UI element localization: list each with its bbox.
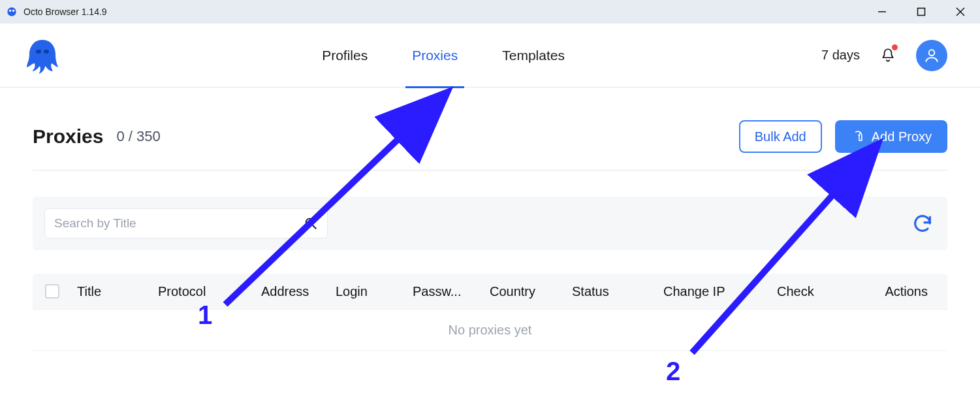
notifications-button[interactable] — [879, 47, 896, 64]
column-title[interactable]: Title — [72, 284, 153, 299]
minimize-button[interactable] — [862, 0, 902, 24]
svg-point-1 — [9, 10, 11, 12]
page-title: Proxies — [33, 125, 103, 148]
refresh-button[interactable] — [909, 212, 936, 235]
table-header: Title Protocol Address Login Passw... Co… — [33, 274, 947, 309]
svg-line-12 — [313, 225, 317, 229]
nav-proxies[interactable]: Proxies — [409, 48, 460, 63]
svg-point-9 — [929, 50, 935, 56]
svg-rect-4 — [918, 8, 925, 16]
empty-state: No proxies yet — [33, 309, 947, 351]
column-password[interactable]: Passw... — [407, 284, 484, 299]
window-titlebar: Octo Browser 1.14.9 — [0, 0, 980, 24]
nav-templates[interactable]: Templates — [499, 48, 567, 63]
svg-point-11 — [306, 219, 313, 226]
app-header: Profiles Proxies Templates 7 days — [0, 24, 980, 88]
maximize-button[interactable] — [902, 0, 941, 24]
app-logo — [20, 35, 65, 76]
refresh-icon — [911, 212, 934, 235]
annotation-2: 2 — [666, 357, 680, 386]
user-icon — [923, 47, 940, 64]
app-logo-small — [5, 5, 18, 18]
add-proxy-button[interactable]: Add Proxy — [835, 120, 947, 153]
header-right: 7 days — [821, 40, 947, 71]
bulk-add-button[interactable]: Bulk Add — [739, 120, 822, 153]
column-check[interactable]: Check — [772, 284, 867, 299]
proxy-counter: 0 / 350 — [116, 128, 160, 145]
column-login[interactable]: Login — [330, 284, 407, 299]
search-icon — [304, 216, 318, 231]
svg-point-10 — [858, 135, 860, 137]
nav-profiles[interactable]: Profiles — [319, 48, 370, 63]
svg-point-2 — [12, 10, 14, 12]
main-nav: Profiles Proxies Templates — [65, 48, 821, 63]
column-country[interactable]: Country — [484, 284, 567, 299]
page-head: Proxies 0 / 350 Bulk Add Add Proxy — [33, 120, 947, 170]
column-actions: Actions — [867, 284, 947, 299]
search-bar — [33, 197, 947, 250]
page: Proxies 0 / 350 Bulk Add Add Proxy Title… — [0, 88, 980, 351]
select-all-checkbox[interactable] — [45, 284, 59, 299]
annotation-1: 1 — [198, 300, 212, 330]
column-changeip[interactable]: Change IP — [658, 284, 772, 299]
svg-point-0 — [7, 7, 16, 16]
window-title: Octo Browser 1.14.9 — [24, 7, 107, 17]
close-button[interactable] — [941, 0, 980, 24]
account-avatar[interactable] — [916, 40, 947, 71]
column-status[interactable]: Status — [567, 284, 658, 299]
search-input-wrap[interactable] — [44, 208, 328, 238]
column-address[interactable]: Address — [256, 284, 330, 299]
rocket-icon — [851, 129, 865, 144]
add-proxy-label: Add Proxy — [872, 129, 932, 144]
window-controls — [862, 0, 980, 24]
notification-dot-icon — [892, 44, 898, 50]
column-protocol[interactable]: Protocol — [153, 284, 256, 299]
svg-point-8 — [44, 50, 49, 54]
page-actions: Bulk Add Add Proxy — [739, 120, 947, 153]
proxies-table: Title Protocol Address Login Passw... Co… — [33, 274, 947, 351]
subscription-days[interactable]: 7 days — [821, 48, 860, 63]
svg-point-7 — [36, 50, 41, 54]
search-input[interactable] — [54, 216, 304, 231]
